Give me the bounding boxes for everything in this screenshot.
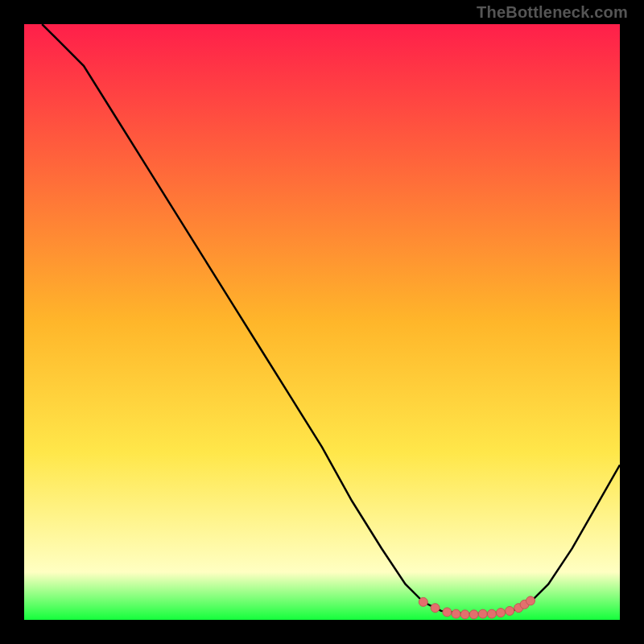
optimal-dot — [497, 609, 506, 617]
optimal-dot — [506, 606, 514, 615]
optimal-dot — [452, 609, 460, 618]
optimal-dot — [526, 597, 535, 605]
chart-frame: TheBottleneck.com — [0, 0, 644, 644]
optimal-dot — [460, 610, 469, 619]
plot-svg — [24, 24, 620, 620]
plot-area — [24, 24, 620, 620]
optimal-dot — [469, 610, 478, 619]
watermark-text: TheBottleneck.com — [477, 3, 628, 22]
optimal-dot — [443, 608, 452, 617]
optimal-dot — [431, 604, 440, 613]
optimal-dot — [419, 597, 427, 606]
optimal-dot — [487, 609, 496, 618]
optimal-dot — [478, 609, 487, 618]
